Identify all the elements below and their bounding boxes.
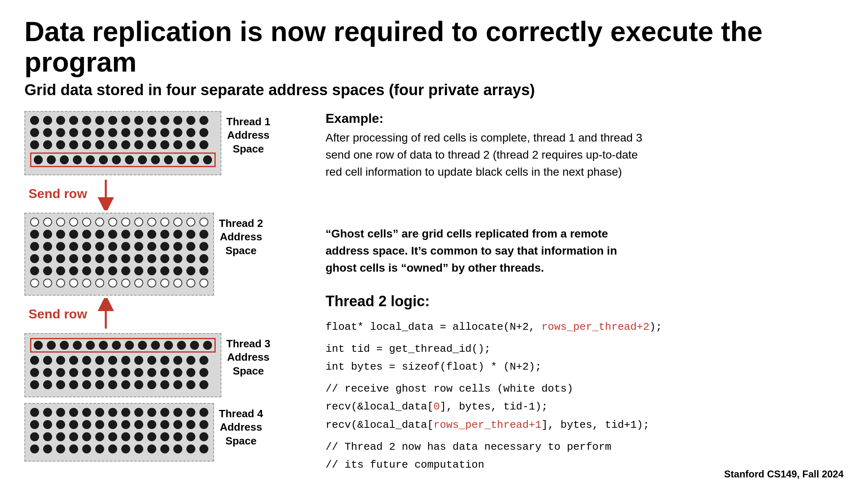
- dot: [69, 444, 78, 453]
- dot-white: [108, 218, 117, 227]
- dot: [95, 380, 104, 389]
- dot-white: [95, 279, 104, 288]
- dot: [160, 380, 169, 389]
- dot: [160, 432, 169, 441]
- dot: [160, 444, 169, 453]
- thread3-row4: [30, 380, 216, 389]
- dot-white: [43, 279, 52, 288]
- dot: [186, 116, 195, 125]
- dot-white: [134, 218, 143, 227]
- dot: [108, 266, 117, 275]
- dot: [173, 356, 182, 365]
- dot: [30, 432, 39, 441]
- example-title: Example:: [326, 111, 844, 126]
- thread2-logic-title: Thread 2 logic:: [326, 293, 844, 310]
- thread3-block: Thread 3AddressSpace: [24, 333, 301, 397]
- dot: [43, 432, 52, 441]
- dot-white: [121, 218, 130, 227]
- dot: [95, 266, 104, 275]
- code-line-3: int bytes = sizeof(float) * (N+2);: [326, 358, 844, 376]
- dot: [121, 420, 130, 429]
- dot: [56, 140, 65, 149]
- thread2-row3: [30, 242, 208, 251]
- dot: [108, 420, 117, 429]
- dot: [186, 444, 195, 453]
- dot-white: [69, 218, 78, 227]
- dot: [134, 128, 143, 137]
- code-line-7: // Thread 2 now has data necessary to pe…: [326, 438, 844, 456]
- thread1-row3: [30, 140, 216, 149]
- dot: [43, 444, 52, 453]
- dot: [95, 356, 104, 365]
- dot: [108, 444, 117, 453]
- dot: [86, 341, 95, 350]
- dot: [56, 432, 65, 441]
- ghost-cells-text: “Ghost cells” are grid cells replicated …: [326, 225, 643, 277]
- dot: [186, 254, 195, 263]
- thread1-grid-box: [24, 111, 221, 175]
- thread2-row5: [30, 266, 208, 275]
- dot: [138, 341, 147, 350]
- footer: Stanford CS149, Fall 2024: [724, 468, 844, 480]
- dot: [99, 341, 108, 350]
- dot: [82, 420, 91, 429]
- dot: [82, 368, 91, 377]
- dot-white: [186, 279, 195, 288]
- dot: [108, 254, 117, 263]
- dot: [134, 356, 143, 365]
- dot: [147, 380, 156, 389]
- dot: [108, 380, 117, 389]
- dot: [147, 266, 156, 275]
- dot: [147, 242, 156, 251]
- dot: [43, 408, 52, 417]
- dot: [121, 254, 130, 263]
- dot: [134, 368, 143, 377]
- dot: [30, 254, 39, 263]
- dot: [173, 432, 182, 441]
- dot: [160, 408, 169, 417]
- dot: [47, 341, 56, 350]
- dot: [82, 432, 91, 441]
- dot: [43, 230, 52, 239]
- dot: [56, 444, 65, 453]
- dot: [47, 155, 56, 164]
- thread3-label: Thread 3AddressSpace: [226, 337, 270, 378]
- dot: [151, 341, 160, 350]
- dot: [82, 128, 91, 137]
- thread4-grid: [24, 403, 214, 462]
- dot: [151, 155, 160, 164]
- send-row-2: Send row: [24, 298, 301, 331]
- dot: [160, 128, 169, 137]
- dot: [199, 140, 208, 149]
- dot: [56, 116, 65, 125]
- main-title: Data replication is now required to corr…: [24, 16, 844, 77]
- curved-arrows-svg: [326, 197, 366, 221]
- thread2-block: Thread 2AddressSpace: [24, 213, 301, 296]
- dot: [147, 420, 156, 429]
- dot: [56, 380, 65, 389]
- dot: [134, 408, 143, 417]
- dot: [30, 230, 39, 239]
- dot: [69, 408, 78, 417]
- code-spacer: [326, 336, 844, 340]
- dot: [121, 432, 130, 441]
- dot-white: [30, 279, 39, 288]
- dot: [199, 408, 208, 417]
- dot: [95, 408, 104, 417]
- code-red-2: 0: [433, 401, 440, 413]
- dot: [95, 128, 104, 137]
- dot-white: [160, 279, 169, 288]
- dot: [173, 128, 182, 137]
- thread2-row2: [30, 230, 208, 239]
- dot: [56, 242, 65, 251]
- dot-white: [121, 279, 130, 288]
- dot: [30, 356, 39, 365]
- dot: [199, 242, 208, 251]
- dot: [69, 254, 78, 263]
- dot: [108, 432, 117, 441]
- dot: [203, 155, 212, 164]
- dot: [82, 116, 91, 125]
- dot: [173, 266, 182, 275]
- spacer: [24, 397, 301, 403]
- dot: [134, 420, 143, 429]
